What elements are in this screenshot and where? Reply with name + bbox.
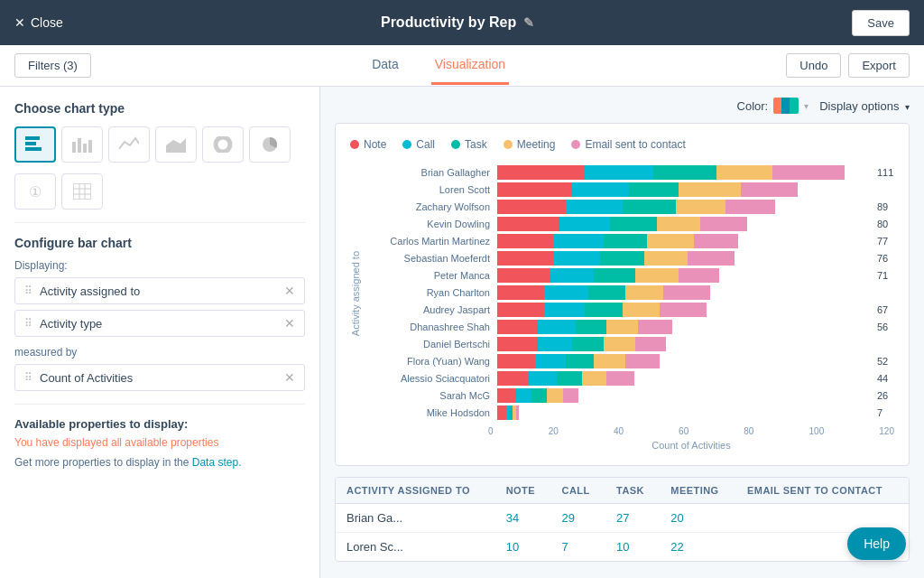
bar-segment — [679, 268, 719, 283]
bar-segment — [604, 234, 648, 248]
bar-row: Peter Manca71 — [366, 268, 894, 283]
bar-label: Dhanashree Shah — [366, 322, 497, 332]
bar-track — [497, 337, 873, 351]
bar-segment — [582, 371, 607, 386]
bar-track — [497, 200, 873, 214]
available-msg: You have displayed all available propert… — [14, 436, 305, 449]
bar-segment — [497, 234, 553, 248]
app-header: ✕ Close Productivity by Rep ✎ Save — [0, 0, 924, 45]
chart-type-pie[interactable] — [249, 126, 291, 163]
bar-segment — [544, 303, 585, 317]
svg-rect-3 — [72, 142, 76, 153]
bar-segment — [585, 165, 653, 180]
table-row: Brian Ga...34292720 — [336, 504, 909, 533]
bar-segment — [559, 217, 609, 231]
edit-icon[interactable]: ✎ — [523, 15, 534, 30]
bar-segment — [550, 268, 595, 283]
x-tick: 120 — [879, 426, 894, 436]
chart-type-line[interactable] — [108, 126, 150, 163]
drag-handle-icon-2: ⠿ — [24, 317, 32, 330]
bar-row: Dhanashree Shah56 — [366, 320, 894, 334]
bar-segment — [606, 371, 634, 386]
export-button[interactable]: Export — [848, 53, 910, 78]
data-step-link[interactable]: Data step. — [192, 456, 242, 469]
bar-segment — [572, 182, 628, 197]
chart-type-donut[interactable] — [202, 126, 244, 163]
bar-segment — [688, 251, 735, 266]
tag-count-label: Count of Activities — [40, 371, 133, 385]
bar-segment — [625, 354, 660, 368]
tag-count-close[interactable]: ✕ — [284, 370, 295, 385]
table-cell: Brian Ga... — [336, 504, 495, 533]
chart-type-table[interactable] — [61, 173, 103, 210]
tab-visualization[interactable]: Visualization — [431, 46, 509, 85]
bar-label: Brian Gallagher — [366, 167, 497, 178]
undo-button[interactable]: Undo — [786, 53, 841, 78]
bar-segment — [538, 337, 572, 351]
bar-segment — [497, 182, 572, 197]
bar-row: Audrey Jaspart67 — [366, 303, 894, 317]
tag-activity-type-close[interactable]: ✕ — [284, 316, 295, 331]
bar-label: Peter Manca — [366, 270, 497, 281]
bar-segment — [497, 200, 566, 214]
bar-segment — [497, 251, 553, 266]
table-cell: 10 — [605, 533, 660, 562]
legend-dot — [571, 140, 580, 149]
bar-segment — [544, 285, 588, 300]
chart-type-area[interactable] — [155, 126, 197, 163]
bar-segment — [629, 182, 679, 197]
color-control[interactable]: Color: ▾ — [737, 98, 809, 114]
bar-segment — [529, 371, 557, 386]
svg-rect-6 — [88, 140, 92, 153]
table-header-cell: ACTIVITY ASSIGNED TO — [336, 478, 495, 504]
chart-type-number[interactable]: ① — [14, 173, 56, 210]
bar-segment — [623, 200, 676, 214]
filters-button[interactable]: Filters (3) — [14, 53, 91, 78]
chart-type-title: Choose chart type — [14, 101, 305, 116]
bar-track — [497, 285, 873, 300]
bar-segment — [772, 165, 845, 180]
bar-label: Sebastian Moeferdt — [366, 253, 497, 264]
bar-segment — [679, 182, 741, 197]
legend-dot — [451, 140, 460, 149]
bar-segment — [625, 285, 663, 300]
bar-segment — [638, 320, 672, 334]
bar-segment — [497, 285, 544, 300]
bar-segment — [497, 217, 559, 231]
close-button[interactable]: ✕ Close — [14, 15, 63, 30]
bar-segment — [588, 285, 626, 300]
bar-row: Brian Gallagher111 — [366, 165, 894, 180]
tag-activity-assigned-close[interactable]: ✕ — [284, 284, 295, 298]
chart-type-bar-v[interactable] — [61, 126, 103, 163]
table-cell: 34 — [495, 504, 551, 533]
chart-controls: Color: ▾ Display options ▾ — [335, 98, 910, 114]
bar-segment — [741, 182, 797, 197]
bar-row: Flora (Yuan) Wang52 — [366, 354, 894, 368]
legend-dot — [402, 140, 411, 149]
bar-segment — [497, 354, 535, 368]
x-axis-label: Count of Activities — [350, 440, 894, 451]
main-layout: Choose chart type ① — [0, 87, 924, 578]
display-options-button[interactable]: Display options ▾ — [819, 99, 910, 113]
x-tick: 100 — [809, 426, 825, 436]
tag-activity-assigned: ⠿ Activity assigned to ✕ — [14, 277, 305, 304]
bar-segment — [497, 371, 529, 386]
tab-data[interactable]: Data — [368, 46, 402, 85]
bar-segment — [716, 165, 772, 180]
color-swatch — [773, 98, 799, 114]
bar-segment — [563, 388, 578, 403]
svg-rect-11 — [73, 183, 91, 200]
tab-bar: Filters (3) Data Visualization Undo Expo… — [0, 45, 924, 87]
save-button[interactable]: Save — [852, 10, 910, 36]
bar-track — [497, 182, 873, 197]
bar-track — [497, 234, 873, 248]
bar-label: Loren Scott — [366, 184, 497, 195]
table-cell: 22 — [660, 533, 736, 562]
legend-item: Call — [402, 138, 435, 151]
bar-row: Carlos Martin Martinez77 — [366, 234, 894, 248]
chart-type-bar-h[interactable] — [14, 126, 56, 163]
bar-value: 56 — [873, 322, 894, 332]
help-button[interactable]: Help — [847, 527, 906, 560]
bar-label: Alessio Sciacquatori — [366, 373, 497, 384]
bar-track — [497, 354, 873, 368]
